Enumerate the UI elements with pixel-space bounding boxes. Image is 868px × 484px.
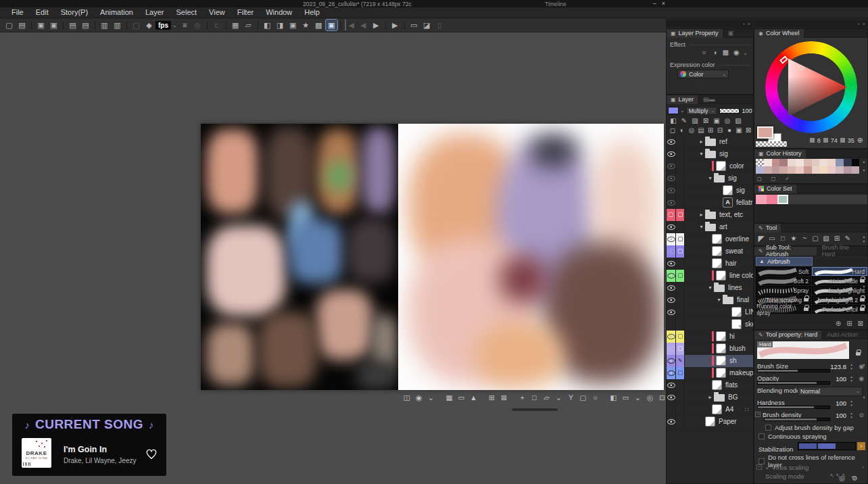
history-swatch[interactable] <box>764 159 772 166</box>
layer-row[interactable]: ▸ref <box>667 136 753 148</box>
stepper-icon[interactable]: ▴▾ <box>848 362 854 372</box>
stabilization-slider[interactable] <box>798 442 856 450</box>
history-swatch[interactable] <box>819 166 827 174</box>
effect-tone-icon[interactable]: ◑ <box>709 48 720 57</box>
copy-icon[interactable]: ⊞ <box>487 393 497 403</box>
history-swatch[interactable] <box>844 159 852 166</box>
layer-row[interactable]: overline <box>667 233 753 245</box>
play-icon[interactable]: ▶ <box>370 20 382 30</box>
collapse-box-icon[interactable]: − <box>756 464 762 470</box>
ruler-icon[interactable]: ◎ <box>722 116 733 126</box>
visibility-toggle[interactable] <box>667 343 676 355</box>
history-swatch[interactable] <box>796 159 804 166</box>
brush-item[interactable]: Spray <box>756 286 811 295</box>
history-swatch[interactable] <box>836 166 844 174</box>
layer-row[interactable]: ▾sig <box>667 148 753 160</box>
heart-icon[interactable] <box>145 447 158 460</box>
layer-row[interactable]: ▾lines <box>667 282 753 294</box>
snap-icon[interactable]: ◫ <box>402 393 412 403</box>
spin-icon[interactable]: ◎ <box>645 393 655 403</box>
history-swatch[interactable] <box>772 166 780 174</box>
pen-tool-icon[interactable]: ◤ <box>756 234 767 243</box>
dock-strip[interactable]: ›» <box>754 20 868 27</box>
visibility-toggle[interactable] <box>667 294 676 306</box>
history-check-icon[interactable]: ✓ <box>785 176 790 182</box>
layer-color-label[interactable] <box>676 136 685 148</box>
opacity-slider[interactable] <box>719 108 740 114</box>
canvas-artwork-area[interactable] <box>398 124 664 390</box>
layer-row[interactable]: LINE <box>667 306 753 318</box>
layer-row[interactable]: sig <box>667 185 753 197</box>
history-swatch-transparent[interactable] <box>756 159 764 166</box>
frame-icon[interactable]: ▭ <box>456 393 466 403</box>
effect-caret-icon[interactable]: ⌄ <box>743 50 748 56</box>
menu-animation[interactable]: Animation <box>94 7 139 18</box>
hardness-slider[interactable]: Hardness 100 ▴▾ <box>756 398 864 410</box>
draft-icon[interactable]: ✎ <box>679 116 690 126</box>
layer-row[interactable]: sweat <box>667 245 753 258</box>
layer-select-icon[interactable]: ▦ <box>444 393 454 403</box>
history-swatch[interactable] <box>756 166 764 174</box>
expand-caret-icon[interactable]: ▾ <box>698 151 705 157</box>
move-icon[interactable]: + <box>517 393 527 403</box>
history-scrollbar[interactable]: ▴▾ <box>861 159 867 174</box>
layer-row[interactable]: makeup <box>667 367 753 379</box>
expand-caret-icon[interactable]: ▾ <box>715 297 723 303</box>
stabilization-row[interactable]: Stabilization › <box>758 442 865 452</box>
new-icon[interactable]: ▢ <box>3 20 15 30</box>
transform-grid-icon[interactable]: ▦ <box>230 20 241 30</box>
set-swatch[interactable] <box>767 195 777 204</box>
tool-property-scrollbar[interactable]: ▴▾ <box>861 362 867 470</box>
visibility-toggle[interactable] <box>667 148 676 160</box>
layer-row[interactable]: flats <box>667 379 753 391</box>
layer-row[interactable]: A4∷ <box>667 404 753 416</box>
transparent-color-swatch[interactable] <box>756 141 787 147</box>
history-swatch[interactable] <box>812 159 820 166</box>
frame2-icon[interactable]: ▭ <box>621 393 631 403</box>
visibility-toggle[interactable] <box>667 136 676 148</box>
brush-density-slider[interactable]: − Brush density 100 ▴▾ ⊘ <box>756 410 864 422</box>
cut-icon[interactable]: ⊠ <box>499 393 509 403</box>
fps-caret-icon[interactable]: ⌄ <box>172 22 177 28</box>
visibility-toggle[interactable] <box>667 391 676 404</box>
layer-row[interactable]: sketch <box>667 318 753 331</box>
save-all-icon[interactable]: ▣ <box>48 20 59 30</box>
skew-transform-icon[interactable]: ▱ <box>541 393 552 403</box>
layer-color-label[interactable] <box>676 245 685 258</box>
wrench-icon[interactable]: ⚙ <box>852 475 858 482</box>
chevron-down-icon[interactable]: ⌄ <box>554 393 564 403</box>
layer-move-tool-icon[interactable]: ⊞ <box>831 234 842 243</box>
visibility-toggle[interactable] <box>667 197 676 209</box>
blend-mode-select[interactable]: Multiply⌄ <box>686 107 718 115</box>
flip-icon[interactable]: ▲ <box>468 393 479 403</box>
visibility-toggle[interactable] <box>667 331 676 343</box>
tab-layer[interactable]: ▣ Layer <box>667 95 698 104</box>
visibility-toggle[interactable] <box>667 355 676 367</box>
window-b-icon[interactable]: ◨ <box>274 20 286 30</box>
tab-color-history[interactable]: ▣ Color History <box>754 149 806 158</box>
brush-item-selected[interactable]: Hard <box>812 267 867 276</box>
layer-row-selected[interactable]: ✎sh <box>667 355 753 367</box>
visibility-toggle[interactable] <box>667 306 676 318</box>
expression-color-select[interactable]: Color ⌄ <box>677 70 729 78</box>
window-a-icon[interactable]: ◧ <box>262 20 273 30</box>
apply-mask-icon[interactable]: ▣ <box>734 126 744 135</box>
sub-tool-group-header[interactable]: ▲ Airbrush <box>756 257 813 266</box>
menu-help[interactable]: Help <box>298 7 326 18</box>
layer-color-label[interactable] <box>676 343 685 355</box>
layer-color-label[interactable] <box>676 416 685 428</box>
tool-scrollbar[interactable]: ▴▾ <box>861 234 867 245</box>
visibility-toggle[interactable] <box>667 172 676 185</box>
history-swatch[interactable] <box>852 166 860 174</box>
brush-item[interactable]: body highlight 2 <box>812 295 867 304</box>
layer-row[interactable]: blush <box>667 343 753 355</box>
tab-brush-line[interactable]: Brush line Hard <box>817 244 867 258</box>
skip-start-icon[interactable]: ◀ <box>345 20 356 30</box>
duplicate-sub-tool-icon[interactable]: ⊞ <box>846 320 852 327</box>
skew-icon[interactable]: ▱ <box>243 20 254 30</box>
history-swatch[interactable] <box>827 166 836 174</box>
tab-auto-action[interactable]: Auto Action <box>821 331 863 338</box>
search-layer-icon[interactable]: ▣ <box>287 20 299 30</box>
brush-item[interactable]: body highlight <box>812 286 867 295</box>
expand-caret-icon[interactable]: ▸ <box>698 139 705 145</box>
